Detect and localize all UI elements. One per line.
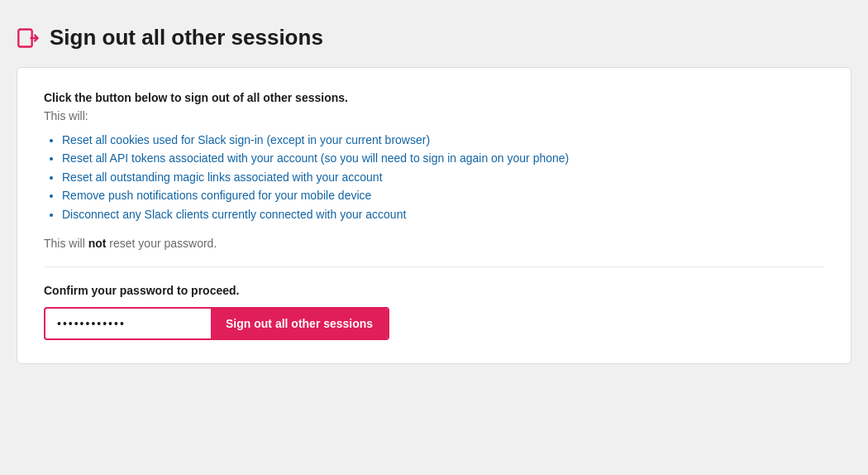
this-will-label: This will:	[44, 109, 824, 122]
list-item: Reset all outstanding magic links associ…	[62, 168, 824, 186]
page-header: Sign out all other sessions	[17, 25, 851, 50]
list-item: Reset all cookies used for Slack sign-in…	[62, 131, 824, 149]
divider	[44, 266, 824, 267]
sign-out-button[interactable]: Sign out all other sessions	[211, 309, 388, 338]
page-container: Sign out all other sessions Click the bu…	[17, 25, 851, 364]
form-row: Sign out all other sessions	[44, 307, 389, 340]
intro-text: Click the button below to sign out of al…	[44, 91, 824, 104]
password-note: This will not reset your password.	[44, 237, 824, 250]
password-input[interactable]	[45, 309, 211, 338]
effects-list: Reset all cookies used for Slack sign-in…	[44, 131, 824, 223]
confirm-label: Confirm your password to proceed.	[44, 284, 824, 297]
main-card: Click the button below to sign out of al…	[17, 67, 851, 364]
svg-rect-0	[18, 29, 31, 46]
list-item: Remove push notifications configured for…	[62, 186, 824, 204]
page-title: Sign out all other sessions	[50, 25, 323, 50]
sign-out-icon	[17, 26, 40, 50]
list-item: Disconnect any Slack clients currently c…	[62, 205, 824, 223]
list-item: Reset all API tokens associated with you…	[62, 149, 824, 167]
